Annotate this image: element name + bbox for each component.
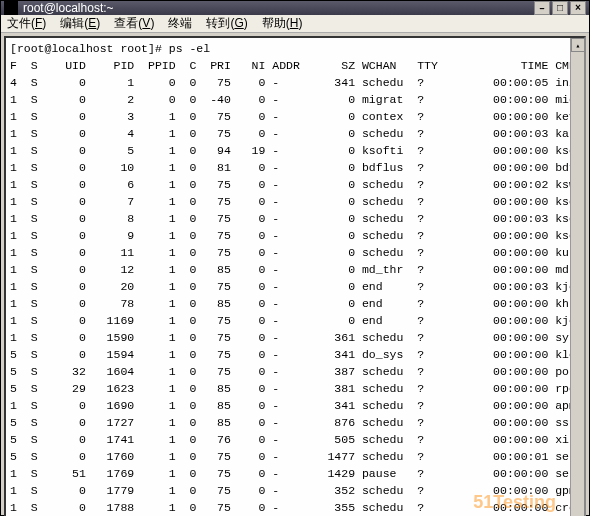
scroll-up-button[interactable]: ▴ [571,38,585,52]
ps-row: 1 S 0 4 1 0 75 0 - 0 schedu ? 00:00:03 k… [10,125,580,142]
ps-row: 1 S 0 6 1 0 75 0 - 0 schedu ? 00:00:02 k… [10,176,580,193]
ps-row: 1 S 0 1788 1 0 75 0 - 355 schedu ? 00:00… [10,499,580,516]
ps-row: 1 S 0 8 1 0 75 0 - 0 schedu ? 00:00:03 k… [10,210,580,227]
app-icon [4,1,18,15]
menu-go[interactable]: 转到(G) [206,15,247,32]
ps-row: 1 S 0 9 1 0 75 0 - 0 schedu ? 00:00:00 k… [10,227,580,244]
ps-row: 1 S 0 1590 1 0 75 0 - 361 schedu ? 00:00… [10,329,580,346]
maximize-button[interactable]: □ [552,1,568,15]
window-title: root@localhost:~ [23,1,534,15]
ps-row: 4 S 0 1 0 0 75 0 - 341 schedu ? 00:00:05… [10,74,580,91]
prompt-line: [root@localhost root]# ps -el [10,40,580,57]
ps-row: 1 S 0 1169 1 0 75 0 - 0 end ? 00:00:00 k… [10,312,580,329]
menu-view[interactable]: 查看(V) [114,15,154,32]
ps-row: 1 S 0 3 1 0 75 0 - 0 contex ? 00:00:00 k… [10,108,580,125]
ps-row: 1 S 0 7 1 0 75 0 - 0 schedu ? 00:00:00 k… [10,193,580,210]
menu-edit[interactable]: 编辑(E) [60,15,100,32]
ps-header: F S UID PID PPID C PRI NI ADDR SZ WCHAN … [10,57,580,74]
ps-row: 1 S 0 1690 1 0 85 0 - 341 schedu ? 00:00… [10,397,580,414]
ps-row: 5 S 0 1741 1 0 76 0 - 505 schedu ? 00:00… [10,431,580,448]
menu-help[interactable]: 帮助(H) [262,15,303,32]
terminal-window: root@localhost:~ – □ × 文件(F) 编辑(E) 查看(V)… [0,0,590,516]
ps-row: 5 S 0 1760 1 0 75 0 - 1477 schedu ? 00:0… [10,448,580,465]
ps-row: 5 S 32 1604 1 0 75 0 - 387 schedu ? 00:0… [10,363,580,380]
ps-row: 1 S 0 11 1 0 75 0 - 0 schedu ? 00:00:00 … [10,244,580,261]
ps-row: 5 S 0 1727 1 0 85 0 - 876 schedu ? 00:00… [10,414,580,431]
ps-row: 1 S 0 1779 1 0 75 0 - 352 schedu ? 00:00… [10,482,580,499]
ps-row: 1 S 0 2 0 0 -40 0 - 0 migrat ? 00:00:00 … [10,91,580,108]
scrollbar[interactable]: ▴ ▾ [570,38,584,516]
ps-row: 1 S 0 20 1 0 75 0 - 0 end ? 00:00:03 kjo… [10,278,580,295]
close-button[interactable]: × [570,1,586,15]
minimize-button[interactable]: – [534,1,550,15]
ps-row: 5 S 0 1594 1 0 75 0 - 341 do_sys ? 00:00… [10,346,580,363]
ps-row: 1 S 0 12 1 0 85 0 - 0 md_thr ? 00:00:00 … [10,261,580,278]
ps-rows: 4 S 0 1 0 0 75 0 - 341 schedu ? 00:00:05… [10,74,580,516]
menu-file[interactable]: 文件(F) [7,15,46,32]
ps-row: 1 S 51 1769 1 0 75 0 - 1429 pause ? 00:0… [10,465,580,482]
titlebar[interactable]: root@localhost:~ – □ × [1,1,589,15]
ps-row: 1 S 0 78 1 0 85 0 - 0 end ? 00:00:00 khu… [10,295,580,312]
ps-row: 1 S 0 10 1 0 81 0 - 0 bdflus ? 00:00:00 … [10,159,580,176]
menu-terminal[interactable]: 终端 [168,15,192,32]
ps-row: 5 S 29 1623 1 0 85 0 - 381 schedu ? 00:0… [10,380,580,397]
menubar: 文件(F) 编辑(E) 查看(V) 终端 转到(G) 帮助(H) [1,15,589,33]
terminal-area[interactable]: [root@localhost root]# ps -el F S UID PI… [4,36,586,516]
ps-row: 1 S 0 5 1 0 94 19 - 0 ksofti ? 00:00:00 … [10,142,580,159]
